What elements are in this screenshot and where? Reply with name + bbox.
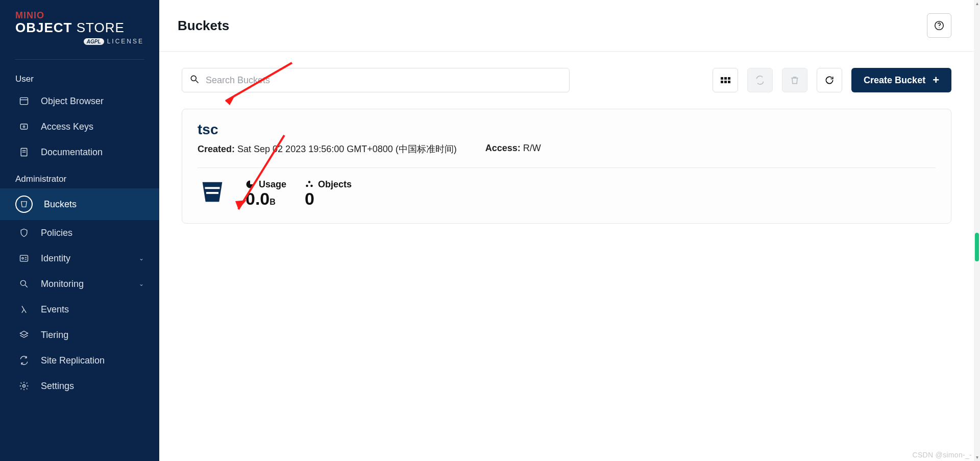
- scroll-down-icon[interactable]: ▾: [974, 454, 980, 461]
- help-button[interactable]: [927, 13, 951, 38]
- sidebar-item-label: Settings: [41, 381, 74, 392]
- stat-usage: Usage 0.0B: [246, 179, 286, 207]
- refresh-icon: [824, 75, 835, 85]
- content-area: Create Bucket + tsc Created: Sat Sep 02 …: [159, 52, 974, 240]
- svg-line-19: [196, 81, 199, 83]
- svg-rect-4: [20, 124, 27, 129]
- agpl-badge: AGPL: [84, 38, 104, 45]
- refresh-button[interactable]: [817, 68, 842, 92]
- logo-brand: MINIO: [15, 10, 144, 21]
- main: Buckets: [159, 0, 980, 461]
- sidebar-item-events[interactable]: Events: [0, 297, 159, 322]
- bucket-access: Access: R/W: [485, 143, 541, 155]
- logo: MINIO OBJECT STORE AGPL LICENSE: [15, 10, 144, 45]
- svg-point-13: [20, 280, 26, 285]
- stat-usage-label: Usage: [246, 179, 286, 190]
- svg-point-10: [22, 257, 23, 259]
- stat-usage-value: 0.0B: [246, 190, 286, 207]
- nav-section-admin: Administrator: [0, 165, 159, 188]
- sidebar-item-label: Documentation: [41, 147, 103, 158]
- svg-point-15: [23, 385, 26, 387]
- sidebar-item-label: Site Replication: [41, 355, 105, 366]
- search-icon: [189, 74, 200, 86]
- sidebar-header: MINIO OBJECT STORE AGPL LICENSE: [0, 0, 159, 50]
- document-icon: [18, 147, 30, 158]
- svg-line-14: [26, 285, 28, 287]
- divider: [198, 167, 936, 168]
- sidebar-item-site-replication[interactable]: Site Replication: [0, 348, 159, 373]
- browser-scrollbar[interactable]: ▴ ▾: [974, 0, 980, 461]
- svg-point-22: [308, 181, 311, 183]
- sidebar-item-settings[interactable]: Settings: [0, 373, 159, 399]
- bucket-card[interactable]: tsc Created: Sat Sep 02 2023 19:56:00 GM…: [182, 109, 951, 224]
- create-bucket-label: Create Bucket: [864, 75, 925, 86]
- stats-row: Usage 0.0B Objects 0: [198, 177, 936, 209]
- stat-objects-value: 0: [305, 190, 352, 207]
- svg-point-18: [191, 76, 196, 81]
- chevron-down-icon: ⌄: [139, 280, 144, 287]
- page-title: Buckets: [178, 18, 229, 34]
- search-icon: [18, 278, 30, 289]
- sidebar-item-label: Policies: [41, 228, 72, 238]
- sidebar-item-policies[interactable]: Policies: [0, 220, 159, 246]
- sidebar-item-label: Tiering: [41, 330, 68, 341]
- sidebar-item-object-browser[interactable]: Object Browser: [0, 88, 159, 114]
- toolbar: Create Bucket +: [182, 68, 951, 92]
- sidebar-item-tiering[interactable]: Tiering: [0, 322, 159, 348]
- svg-point-24: [310, 185, 313, 187]
- objects-icon: [305, 180, 314, 189]
- trash-icon: [790, 75, 800, 85]
- sidebar-item-label: Object Browser: [41, 96, 104, 107]
- sidebar-item-buckets[interactable]: Buckets: [0, 188, 159, 220]
- bucket-name: tsc: [198, 122, 936, 138]
- plus-icon: +: [933, 74, 939, 87]
- sidebar-item-access-keys[interactable]: Access Keys: [0, 114, 159, 139]
- grid-icon: [721, 77, 730, 83]
- svg-point-5: [23, 126, 24, 127]
- logo-license: AGPL LICENSE: [15, 38, 144, 45]
- identity-icon: [18, 253, 30, 264]
- sidebar-item-label: Identity: [41, 253, 70, 264]
- gear-icon: [18, 380, 30, 392]
- stat-objects: Objects 0: [305, 179, 352, 207]
- delete-button: [782, 68, 807, 92]
- sidebar-item-label: Monitoring: [41, 279, 84, 289]
- bucket-icon: [15, 196, 33, 213]
- bucket-created: Created: Sat Sep 02 2023 19:56:00 GMT+08…: [198, 143, 457, 155]
- search-input[interactable]: [206, 75, 562, 86]
- sync-button: [747, 68, 773, 92]
- divider: [15, 59, 144, 60]
- stat-objects-label: Objects: [305, 179, 352, 190]
- svg-rect-2: [20, 98, 28, 104]
- sidebar-item-documentation[interactable]: Documentation: [0, 139, 159, 165]
- shield-icon: [18, 227, 30, 238]
- grid-view-button[interactable]: [713, 68, 738, 92]
- sidebar: MINIO OBJECT STORE AGPL LICENSE User Obj…: [0, 0, 159, 461]
- tiering-icon: [18, 329, 30, 341]
- svg-rect-21: [206, 192, 218, 194]
- svg-rect-20: [205, 187, 220, 189]
- create-bucket-button[interactable]: Create Bucket +: [851, 68, 951, 92]
- sidebar-item-label: Buckets: [44, 199, 77, 210]
- nav-section-user: User: [0, 65, 159, 88]
- browser-icon: [18, 95, 30, 107]
- svg-rect-9: [20, 255, 28, 261]
- sidebar-item-identity[interactable]: Identity ⌄: [0, 246, 159, 271]
- sidebar-item-label: Access Keys: [41, 122, 93, 132]
- scroll-up-icon[interactable]: ▴: [974, 0, 980, 7]
- usage-icon: [246, 180, 255, 189]
- key-icon: [18, 121, 30, 132]
- sync-icon: [755, 75, 765, 85]
- sidebar-item-monitoring[interactable]: Monitoring ⌄: [0, 271, 159, 297]
- replication-icon: [18, 355, 30, 366]
- logo-title: OBJECT STORE: [15, 20, 144, 36]
- bucket-icon: [198, 177, 227, 209]
- lambda-icon: [18, 304, 30, 315]
- chevron-down-icon: ⌄: [139, 255, 144, 262]
- sidebar-item-label: Events: [41, 304, 69, 315]
- search-wrap[interactable]: [182, 68, 570, 92]
- svg-point-17: [939, 28, 939, 28]
- scroll-thumb[interactable]: [975, 233, 979, 261]
- bucket-meta: Created: Sat Sep 02 2023 19:56:00 GMT+08…: [198, 143, 936, 155]
- svg-point-23: [306, 185, 308, 187]
